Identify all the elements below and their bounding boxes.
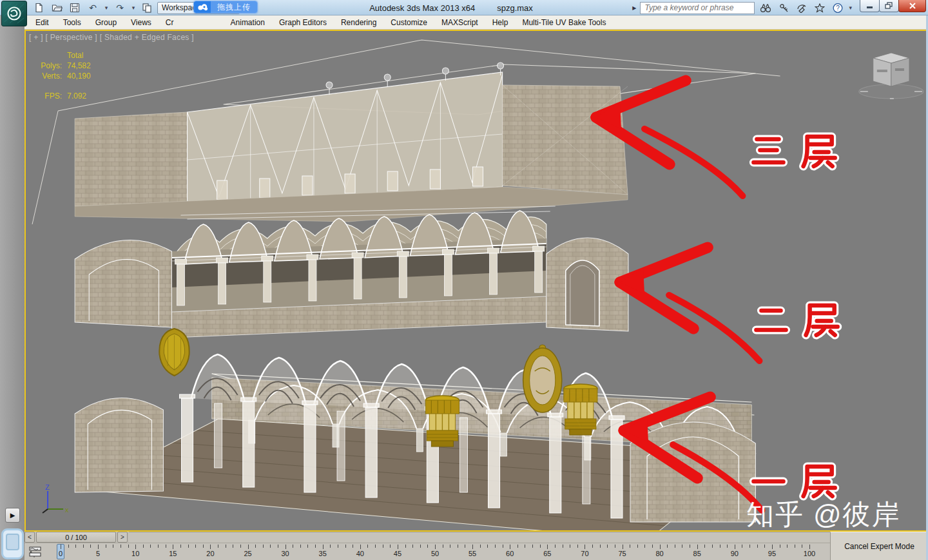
ruler-tick <box>720 545 720 548</box>
axis-z-label: Z <box>45 483 50 491</box>
ruler-tick <box>83 545 84 548</box>
menu-item-rendering[interactable]: Rendering <box>334 16 383 29</box>
ruler-tick-label: 30 <box>281 550 289 557</box>
menu-item-customize[interactable]: Customize <box>383 16 434 29</box>
menu-item-group[interactable]: Group <box>88 16 124 29</box>
cancel-expert-mode-button[interactable]: Cancel Expert Mode <box>830 532 928 560</box>
ruler-tick <box>218 545 218 548</box>
ruler-tick <box>510 545 510 549</box>
ruler-tick <box>735 545 735 549</box>
time-slider-rail[interactable] <box>129 532 830 543</box>
annotation-arrow-floor2 <box>620 247 759 361</box>
ruler-tick-label: 15 <box>169 550 177 557</box>
menu-item-tools[interactable]: Tools <box>56 16 88 29</box>
ruler-tick-label: 0 <box>59 550 63 557</box>
ruler-tick <box>203 545 204 548</box>
redo-button[interactable]: ↷ <box>112 1 128 14</box>
ruler-tick <box>315 545 316 548</box>
expand-panel-button[interactable]: ▶ <box>5 508 20 523</box>
bottom-bar: < 0 / 100 > 0510152025303540455055606570… <box>24 532 928 560</box>
ruler-tick <box>113 545 113 548</box>
menu-item-animation[interactable]: Animation <box>224 16 272 29</box>
app-title: Autodesk 3ds Max 2013 x64 <box>369 3 475 13</box>
mini-curve-editor-button[interactable] <box>24 543 46 560</box>
floor1-label-art <box>753 467 835 496</box>
ruler-tick <box>233 545 233 548</box>
menu-item-maxscript[interactable]: MAXScript <box>434 16 485 29</box>
open-folder-icon <box>52 3 63 13</box>
help-dropdown[interactable]: ▾ <box>849 5 852 11</box>
left-dock-strip: ▶ <box>0 15 24 560</box>
ruler-tick <box>90 545 91 548</box>
verts-label: Verts: <box>32 71 62 81</box>
new-file-button[interactable] <box>31 1 46 14</box>
close-button[interactable] <box>898 0 926 12</box>
ruler-tick <box>458 545 458 548</box>
time-slider-handle[interactable]: 0 / 100 <box>36 532 116 543</box>
ruler-tick <box>547 545 548 549</box>
search-button[interactable] <box>759 1 773 14</box>
ruler-tick-label: 50 <box>431 550 439 557</box>
polys-label: Polys: <box>32 61 62 71</box>
undo-dropdown[interactable]: ▾ <box>103 1 110 14</box>
ruler-tick-label: 55 <box>469 550 476 557</box>
gold-mirror-ornament[interactable] <box>523 345 562 412</box>
minimize-button[interactable] <box>860 0 880 12</box>
ruler-tick <box>540 545 541 548</box>
infocenter-expand-icon[interactable]: ▶ <box>632 5 636 11</box>
menu-item-views[interactable]: Views <box>124 16 159 29</box>
ruler-tick <box>623 545 623 549</box>
gold-lantern-ornament-2[interactable] <box>564 384 597 435</box>
ruler-tick <box>802 545 802 548</box>
ruler-tick <box>61 545 61 549</box>
ruler-tick <box>128 545 129 548</box>
app-menu-button[interactable] <box>1 1 27 26</box>
restore-button[interactable] <box>879 0 899 12</box>
next-frame-button[interactable]: > <box>117 532 128 543</box>
ruler-tick <box>585 545 585 549</box>
track-bar-ruler[interactable]: 0510152025303540455055606570758085909510… <box>46 543 830 560</box>
gold-lantern-ornament[interactable] <box>425 396 459 447</box>
search-input[interactable] <box>640 2 755 14</box>
favorites-button[interactable] <box>813 1 827 14</box>
save-file-button[interactable] <box>67 1 82 14</box>
ruler-tick <box>787 545 788 548</box>
binoculars-icon <box>760 3 771 13</box>
menu-item-multi-tile-uv-bake-tools[interactable]: Multi-Tile UV Bake Tools <box>515 16 613 29</box>
building-tier-1[interactable] <box>75 354 755 530</box>
close-icon <box>909 3 916 10</box>
key-icon <box>779 3 789 13</box>
ruler-tick <box>338 545 338 548</box>
scene-3d-model[interactable]: Z x <box>26 31 927 530</box>
communication-center-button[interactable] <box>795 1 809 14</box>
open-file-button[interactable] <box>49 1 64 14</box>
ruler-tick <box>555 545 556 548</box>
undo-button[interactable]: ↶ <box>85 1 101 14</box>
ruler-tick-label: 40 <box>356 550 364 557</box>
menu-item-edit[interactable]: Edit <box>28 16 56 29</box>
overlay-app-chip[interactable] <box>1 528 24 559</box>
menu-item-graph-editors[interactable]: Graph Editors <box>272 16 334 29</box>
ruler-tick <box>248 545 249 549</box>
perspective-viewport[interactable]: Z x [ + ] [ Perspective ] [ Shaded + Edg… <box>24 30 928 532</box>
building-tier-2[interactable] <box>75 206 628 338</box>
gold-shield-ornament[interactable] <box>159 329 189 376</box>
menu-item-help[interactable]: Help <box>485 16 516 29</box>
ruler-tick <box>727 545 728 548</box>
ruler-tick <box>690 545 690 548</box>
ruler-tick <box>644 545 645 548</box>
ruler-tick-label: 35 <box>319 550 327 557</box>
view-cube[interactable] <box>859 53 923 99</box>
previous-frame-button[interactable]: < <box>24 532 35 543</box>
svg-text:?: ? <box>836 5 840 12</box>
sign-in-button[interactable] <box>777 1 791 14</box>
upload-overlay-badge[interactable]: 拖拽上传 <box>193 1 258 14</box>
viewport-label[interactable]: [ + ] [ Perspective ] [ Shaded + Edged F… <box>29 33 194 42</box>
redo-dropdown[interactable]: ▾ <box>130 1 137 14</box>
clone-button[interactable] <box>139 1 155 14</box>
help-button[interactable]: ? <box>831 1 845 14</box>
ruler-tick <box>98 545 99 549</box>
ruler-tick <box>360 545 361 549</box>
ruler-tick <box>412 545 413 548</box>
menu-item-cr[interactable]: Cr <box>159 16 181 29</box>
